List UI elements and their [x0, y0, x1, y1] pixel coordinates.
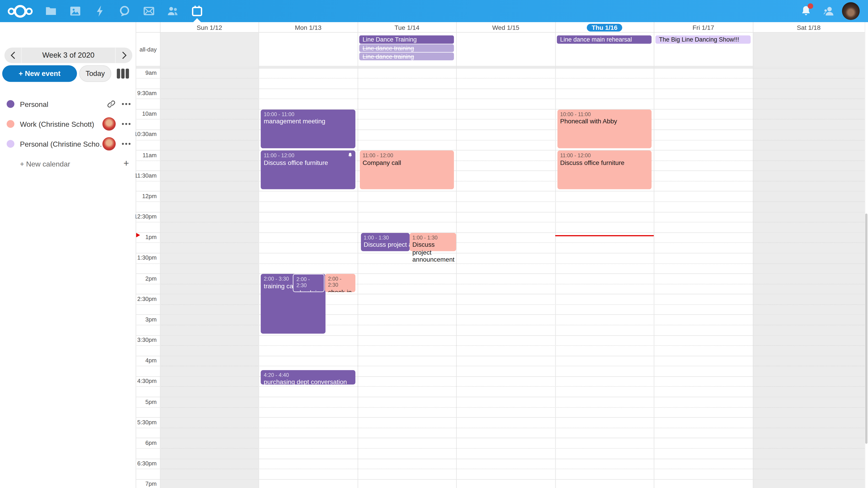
quarter-hour-line: [135, 428, 865, 429]
calendar-icon[interactable]: [190, 4, 204, 18]
day-header-mon[interactable]: Mon 1/13: [259, 22, 358, 33]
slot-line: [135, 150, 865, 151]
event[interactable]: 11:00 - 12:00Discuss office furniture: [261, 151, 355, 189]
talk-icon[interactable]: [118, 4, 131, 18]
slot-line: [135, 294, 865, 295]
today-button[interactable]: Today: [79, 65, 111, 82]
day-header-sun[interactable]: Sun 1/12: [160, 22, 259, 33]
calendar-color-dot: [6, 140, 14, 148]
quarter-hour-line: [135, 98, 865, 100]
slot-line: [135, 170, 865, 172]
logo-circle: [14, 5, 26, 18]
calendar-name: Personal (Christine Scho…: [20, 140, 102, 148]
week-navigation: Week 3 of 2020: [4, 48, 132, 63]
slot-line: [135, 109, 865, 110]
nextcloud-logo[interactable]: [8, 4, 33, 18]
notifications-bell-icon[interactable]: [799, 4, 813, 18]
day-header-sat[interactable]: Sat 1/18: [753, 22, 865, 33]
day-header-label: Sun 1/12: [197, 24, 222, 31]
event-title: purchasing dept conversation: [264, 379, 352, 385]
event-time: 4:20 - 4:40: [264, 371, 352, 378]
event[interactable]: 4:20 - 4:40purchasing dept conversation: [261, 370, 355, 385]
view-switcher-icon[interactable]: [117, 69, 130, 78]
next-week-button[interactable]: [116, 48, 132, 63]
week-label[interactable]: Week 3 of 2020: [21, 48, 116, 63]
event[interactable]: 2:00 - 2:30check-in: [325, 274, 356, 292]
quarter-hour-line: [135, 284, 865, 285]
event-title: check-in: [328, 289, 353, 292]
event-title: Discuss project announcement: [412, 241, 453, 264]
day-header-label: Mon 1/13: [295, 24, 321, 31]
active-app-caret: [193, 18, 201, 22]
event[interactable]: 1:00 - 1:30Discuss project ann: [361, 233, 410, 251]
event-time: 2:00 - 2:30: [328, 275, 353, 288]
files-icon[interactable]: [44, 4, 58, 18]
app-window: Week 3 of 2020 + New event Today Persona…: [0, 0, 868, 488]
day-header-thu[interactable]: Thu 1/16: [555, 22, 654, 33]
calendar-name: Work (Christine Schott): [20, 120, 102, 128]
new-calendar-button[interactable]: + New calendar +: [0, 155, 135, 173]
slot-line: [135, 438, 865, 439]
photos-icon[interactable]: [69, 4, 82, 18]
event[interactable]: 11:00 - 12:00Discuss office furniture: [557, 151, 652, 189]
quarter-hour-line: [135, 181, 865, 182]
all-day-event[interactable]: Line dance training: [359, 53, 454, 60]
all-day-event[interactable]: The Big Line Dancing Show!!!: [655, 35, 750, 43]
event[interactable]: 10:00 - 11:00Phonecall with Abby: [557, 109, 652, 148]
contacts-icon[interactable]: [166, 4, 180, 18]
reminder-bell-icon: [347, 152, 353, 158]
new-calendar-label: + New calendar: [20, 160, 123, 168]
slot-line: [135, 129, 865, 131]
calendar-color-dot: [6, 100, 14, 108]
column-border: [160, 22, 160, 488]
column-border: [259, 22, 259, 488]
slot-line: [135, 315, 865, 316]
share-link-icon[interactable]: [107, 100, 116, 108]
quarter-hour-line: [135, 263, 865, 264]
quarter-hour-line: [135, 387, 865, 388]
event-title: Phonecall with Abby: [560, 118, 649, 125]
event-time: 10:00 - 11:00: [560, 111, 649, 117]
shared-by-avatar: [102, 117, 116, 131]
new-event-button[interactable]: + New event: [2, 65, 77, 82]
quarter-hour-line: [135, 407, 865, 408]
column-border: [753, 22, 753, 488]
scrollbar-thumb[interactable]: [865, 214, 868, 444]
more-options-icon[interactable]: [121, 120, 131, 128]
activity-icon[interactable]: [94, 4, 107, 18]
slot-line: [135, 376, 865, 377]
mail-icon[interactable]: [142, 4, 156, 18]
calendar-list-item-personal[interactable]: Personal: [0, 94, 135, 114]
more-options-icon[interactable]: [121, 100, 131, 108]
all-day-divider: [135, 66, 865, 68]
event[interactable]: 2:00 - 2:30check-in: [293, 274, 325, 292]
avatar[interactable]: [842, 2, 860, 20]
event[interactable]: 1:00 - 1:30Discuss project announcement: [410, 233, 456, 251]
now-line: [555, 235, 654, 236]
all-day-event[interactable]: Line Dance Training: [359, 35, 454, 43]
slot-line: [135, 232, 865, 233]
more-options-icon[interactable]: [121, 139, 131, 148]
all-day-event[interactable]: Line dance main rehearsal: [557, 35, 652, 43]
slot-line: [135, 273, 865, 274]
all-day-event[interactable]: Line dance training: [359, 44, 454, 52]
event[interactable]: 11:00 - 12:00Company call: [360, 151, 454, 189]
contacts-menu-icon[interactable]: [822, 4, 835, 18]
day-header-fri[interactable]: Fri 1/17: [654, 22, 753, 33]
slot-line: [135, 356, 865, 357]
event-time: 1:00 - 1:30: [364, 234, 407, 240]
day-header-label: Tue 1/14: [395, 24, 419, 31]
event-title: Discuss office furniture: [560, 159, 649, 166]
quarter-hour-line: [135, 346, 865, 347]
day-header-tue[interactable]: Tue 1/14: [358, 22, 456, 33]
event[interactable]: 10:00 - 11:00management meeting: [261, 109, 355, 148]
calendar-list-item-personal-christine[interactable]: Personal (Christine Scho…: [0, 134, 135, 154]
event-time: 10:00 - 11:00: [264, 111, 352, 117]
column-border: [555, 22, 556, 488]
event-time: 11:00 - 12:00: [560, 152, 649, 158]
day-header-wed[interactable]: Wed 1/15: [456, 22, 555, 33]
quarter-hour-line: [135, 304, 865, 305]
quarter-hour-line: [135, 448, 865, 449]
calendar-list-item-work-christine[interactable]: Work (Christine Schott): [0, 114, 135, 134]
previous-week-button[interactable]: [4, 48, 21, 63]
